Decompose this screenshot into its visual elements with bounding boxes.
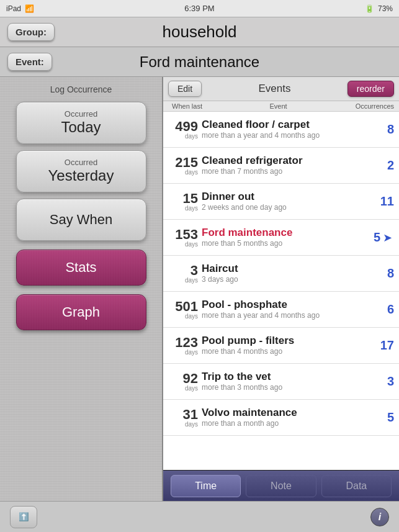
graph-button[interactable]: Graph — [16, 294, 146, 330]
event-bar: Event: Ford maintenance — [0, 47, 399, 77]
days-block: 31days — [166, 408, 202, 428]
event-name: Dinner out — [202, 191, 369, 203]
event-occurrences: 5 — [369, 410, 394, 425]
event-occurrences: 2 — [369, 158, 394, 173]
say-when-button[interactable]: Say When — [16, 199, 146, 241]
event-row[interactable]: 499daysCleaned floor / carpetmore than a… — [163, 112, 399, 148]
col-occurrences-header: Occurrences — [351, 102, 394, 110]
days-block: 215days — [166, 156, 202, 176]
stats-button[interactable]: Stats — [16, 250, 146, 286]
days-number: 153 — [166, 228, 198, 241]
event-name: Cleaned floor / carpet — [202, 119, 369, 131]
tab-time[interactable]: Time — [171, 475, 241, 497]
event-row[interactable]: 123daysPool pump - filtersmore than 4 mo… — [163, 328, 399, 364]
export-button[interactable]: ⬆️ — [10, 506, 37, 528]
wifi-icon: 📶 — [25, 4, 34, 13]
occurred-today-sub: Occurred — [65, 109, 97, 119]
event-name: Haircut — [202, 263, 369, 275]
event-info: Volvo maintenancemore than a month ago — [202, 407, 369, 429]
status-left: iPad 📶 — [6, 4, 34, 13]
info-icon: i — [379, 512, 381, 523]
export-icon: ⬆️ — [19, 512, 29, 521]
event-occurrences: 3 — [369, 374, 394, 389]
days-label: days — [166, 277, 198, 284]
event-arrow-icon[interactable]: ➤ — [380, 231, 394, 245]
event-list: 499daysCleaned floor / carpetmore than a… — [163, 112, 399, 470]
event-row[interactable]: 215daysCleaned refrigeratormore than 7 m… — [163, 148, 399, 184]
stats-label: Stats — [65, 259, 96, 276]
days-number: 501 — [166, 300, 198, 313]
days-number: 31 — [166, 408, 198, 422]
days-label: days — [166, 385, 198, 392]
tab-note[interactable]: Note — [246, 475, 316, 497]
event-name: Volvo maintenance — [202, 407, 369, 419]
event-occurrences: 11 — [369, 194, 394, 209]
battery-icon: 🔋 — [365, 4, 374, 13]
days-label: days — [166, 313, 198, 320]
days-number: 3 — [166, 264, 198, 277]
days-number: 215 — [166, 156, 198, 169]
days-number: 92 — [166, 372, 198, 385]
occurred-yesterday-button[interactable]: Occurred Yesterday — [16, 150, 146, 192]
days-label: days — [166, 133, 198, 140]
event-when: 3 days ago — [202, 275, 369, 285]
days-label: days — [166, 241, 198, 248]
days-block: 92days — [166, 372, 202, 392]
event-row[interactable]: 31daysVolvo maintenancemore than a month… — [163, 400, 399, 436]
event-name: Trip to the vet — [202, 371, 369, 383]
event-button[interactable]: Event: — [7, 53, 52, 71]
event-when: 2 weeks and one day ago — [202, 203, 369, 213]
event-occurrences: 5 — [356, 230, 380, 245]
days-label: days — [166, 349, 198, 356]
days-label: days — [166, 205, 198, 212]
event-when: more than a year and 4 months ago — [202, 131, 369, 141]
event-row[interactable]: 501daysPool - phosphatemore than a year … — [163, 292, 399, 328]
col-event-header: Event — [206, 102, 351, 110]
event-when: more than 4 months ago — [202, 347, 369, 357]
event-occurrences: 8 — [369, 122, 394, 137]
group-button[interactable]: Group: — [7, 23, 55, 41]
event-info: Cleaned refrigeratormore than 7 months a… — [202, 155, 369, 177]
column-headers: When last Event Occurrences — [163, 101, 399, 112]
event-row[interactable]: 3daysHaircut3 days ago8 — [163, 256, 399, 292]
event-info: Dinner out2 weeks and one day ago — [202, 191, 369, 213]
days-label: days — [166, 169, 198, 176]
group-bar: Group: household — [0, 17, 399, 47]
event-row[interactable]: 153daysFord maintenancemore than 5 month… — [163, 220, 399, 256]
ipad-label: iPad — [6, 4, 21, 13]
days-number: 123 — [166, 336, 198, 349]
event-occurrences: 6 — [369, 302, 394, 317]
events-title: Events — [204, 83, 345, 95]
days-block: 501days — [166, 300, 202, 320]
occurred-today-button[interactable]: Occurred Today — [16, 102, 146, 144]
event-when: more than 5 months ago — [202, 239, 356, 249]
event-name: Ford maintenance — [202, 227, 356, 239]
event-row[interactable]: 92daysTrip to the vetmore than 3 months … — [163, 364, 399, 400]
days-block: 3days — [166, 264, 202, 284]
event-row[interactable]: 15daysDinner out2 weeks and one day ago1… — [163, 184, 399, 220]
event-when: more than a month ago — [202, 419, 369, 429]
status-time: 6:39 PM — [184, 4, 214, 13]
right-toolbar: Edit Events reorder — [163, 77, 399, 101]
days-block: 153days — [166, 228, 202, 248]
event-occurrences: 17 — [369, 338, 394, 353]
days-number: 15 — [166, 192, 198, 205]
reorder-button[interactable]: reorder — [347, 81, 394, 97]
status-bar: iPad 📶 6:39 PM 🔋 73% — [0, 0, 399, 17]
edit-button[interactable]: Edit — [168, 81, 202, 97]
event-info: Cleaned floor / carpetmore than a year a… — [202, 119, 369, 141]
days-block: 499days — [166, 120, 202, 140]
event-when: more than 7 months ago — [202, 167, 369, 177]
event-when: more than 3 months ago — [202, 383, 369, 393]
event-when: more than a year and 4 months ago — [202, 311, 369, 321]
days-block: 123days — [166, 336, 202, 356]
event-info: Trip to the vetmore than 3 months ago — [202, 371, 369, 393]
info-button[interactable]: i — [370, 508, 389, 526]
days-number: 499 — [166, 120, 198, 133]
battery-level: 73% — [378, 4, 393, 13]
event-info: Ford maintenancemore than 5 months ago — [202, 227, 356, 249]
say-when-label: Say When — [50, 212, 113, 228]
right-panel: Edit Events reorder When last Event Occu… — [163, 77, 399, 501]
occurred-today-main: Today — [61, 119, 101, 137]
tab-data[interactable]: Data — [321, 475, 392, 497]
